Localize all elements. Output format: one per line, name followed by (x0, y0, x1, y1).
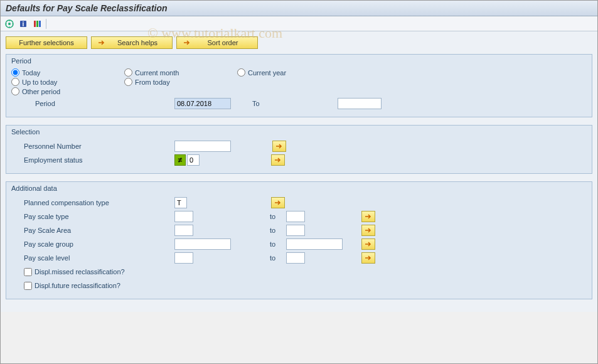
period-group: Period Today Current month Current year … (6, 54, 592, 117)
to-label: to (267, 213, 286, 220)
employment-status-label: Employment status (11, 156, 174, 164)
variant-icon[interactable] (32, 19, 42, 29)
content-area: Further selections Search helps Sort ord… (1, 31, 597, 312)
period-to-input[interactable] (338, 98, 382, 109)
pay-scale-type-label: Pay scale type (11, 213, 174, 220)
button-label: Further selections (19, 39, 73, 46)
radio-label: Up to today (22, 78, 57, 86)
multiple-selection-button[interactable] (271, 197, 285, 208)
button-label: Sort order (195, 39, 251, 46)
displ-future-checkbox[interactable]: Displ.future reclassification? (11, 279, 587, 292)
app-toolbar: i (1, 16, 597, 31)
group-legend: Additional data (11, 185, 587, 192)
planned-comp-type-input[interactable] (174, 197, 187, 208)
multiple-selection-button[interactable] (361, 252, 375, 264)
pay-scale-group-from-input[interactable] (174, 238, 231, 250)
arrow-right-icon (98, 40, 105, 46)
multiple-selection-button[interactable] (361, 211, 375, 222)
to-label: to (267, 254, 286, 262)
pay-scale-area-from-input[interactable] (174, 225, 193, 236)
employment-status-input[interactable] (187, 154, 200, 166)
radio-up-to-today[interactable]: Up to today (11, 78, 124, 86)
additional-data-group: Additional data Planned compensation typ… (6, 181, 592, 299)
radio-from-today[interactable]: From today (124, 78, 237, 86)
radio-label: Other period (22, 88, 60, 95)
radio-label: Current month (135, 69, 179, 77)
personnel-number-input[interactable] (174, 141, 231, 152)
displ-missed-checkbox[interactable]: Displ.missed reclassification? (11, 265, 587, 279)
pay-scale-level-from-input[interactable] (174, 252, 193, 264)
arrow-right-icon (183, 40, 191, 46)
multiple-selection-button[interactable] (361, 238, 375, 250)
action-row: Further selections Search helps Sort ord… (6, 36, 592, 49)
to-label: to (267, 227, 286, 234)
pay-scale-area-to-input[interactable] (286, 225, 305, 236)
radio-other-period[interactable]: Other period (11, 87, 124, 95)
radio-label: From today (135, 78, 170, 86)
planned-comp-type-label: Planned compensation type (11, 199, 174, 206)
not-equal-icon[interactable]: ≠ (174, 154, 186, 166)
pay-scale-level-label: Pay scale level (11, 254, 174, 262)
to-label: to (267, 240, 286, 248)
multiple-selection-button[interactable] (272, 141, 286, 152)
multiple-selection-button[interactable] (361, 225, 375, 236)
multiple-selection-button[interactable] (271, 154, 285, 166)
svg-rect-6 (39, 21, 41, 27)
toolbar-separator (46, 19, 46, 29)
period-label: Period (35, 100, 55, 107)
checkbox-label: Displ.future reclassification? (35, 282, 120, 289)
selection-group: Selection Personnel Number Employment st… (6, 125, 592, 174)
svg-point-1 (8, 23, 11, 25)
checkbox-label: Displ.missed reclassification? (35, 268, 125, 276)
further-selections-button[interactable]: Further selections (6, 36, 87, 49)
svg-text:i: i (23, 21, 24, 28)
pay-scale-level-to-input[interactable] (286, 252, 305, 264)
info-icon[interactable]: i (18, 19, 28, 29)
radio-today[interactable]: Today (11, 68, 124, 77)
pay-scale-area-label: Pay Scale Area (11, 227, 174, 234)
radio-label: Current year (248, 69, 286, 77)
svg-rect-5 (36, 21, 38, 27)
period-from-input[interactable] (174, 98, 231, 109)
page-title: Defaults for Pay Scale Reclassification (1, 1, 597, 16)
group-legend: Selection (11, 128, 587, 136)
sort-order-button[interactable]: Sort order (176, 36, 258, 49)
svg-rect-4 (34, 21, 36, 27)
radio-current-year[interactable]: Current year (237, 68, 350, 77)
personnel-number-label: Personnel Number (11, 142, 174, 150)
radio-current-month[interactable]: Current month (124, 68, 237, 77)
search-helps-button[interactable]: Search helps (91, 36, 173, 49)
pay-scale-group-to-input[interactable] (286, 238, 343, 250)
to-label: To (250, 100, 287, 107)
radio-label: Today (22, 69, 40, 77)
pay-scale-type-from-input[interactable] (174, 211, 193, 222)
button-label: Search helps (109, 39, 166, 46)
pay-scale-group-label: Pay scale group (11, 240, 174, 248)
pay-scale-type-to-input[interactable] (286, 211, 305, 222)
execute-icon[interactable] (4, 19, 14, 29)
group-legend: Period (11, 57, 587, 65)
